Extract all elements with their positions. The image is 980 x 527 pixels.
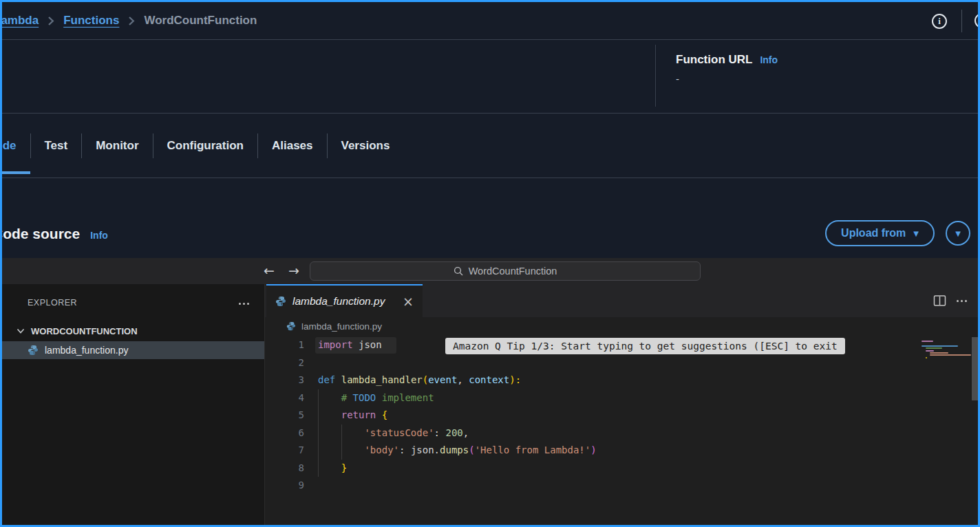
- editor-tabstrip: lambda_function.py ×: [265, 284, 978, 317]
- function-url-label: Function URL: [676, 53, 752, 67]
- upload-from-button[interactable]: Upload from ▼: [825, 220, 935, 246]
- chevron-right-icon: [47, 16, 54, 26]
- tab-versions[interactable]: Versions: [328, 114, 404, 178]
- code-lines: import json def lambda_handler(event, co…: [318, 336, 916, 495]
- function-url-info-link[interactable]: Info: [760, 54, 778, 65]
- chevron-down-icon: [17, 328, 25, 334]
- code-editor[interactable]: 123456789 import json def lambda_handler…: [265, 336, 978, 525]
- amazon-q-tip: Amazon Q Tip 1/3: Start typing to get su…: [445, 338, 845, 354]
- tab-test[interactable]: Test: [31, 114, 82, 178]
- python-file-icon: [286, 321, 296, 331]
- minimap[interactable]: [919, 338, 972, 525]
- code-line: [318, 354, 916, 372]
- code-line: # TODO implement: [318, 389, 916, 407]
- function-tabs: Code Test Monitor Configuration Aliases …: [2, 114, 978, 178]
- caret-down-icon: ▼: [913, 230, 919, 237]
- code-line: return {: [318, 407, 916, 424]
- python-file-icon: [275, 296, 286, 307]
- explorer-sidebar: EXPLORER WORDCOUNTFUNCTION lambda_functi…: [2, 284, 265, 525]
- code-line: [318, 477, 916, 495]
- code-source-info-link[interactable]: Info: [90, 230, 108, 241]
- tab-configuration[interactable]: Configuration: [153, 114, 257, 178]
- function-url-value: -: [676, 73, 778, 85]
- more-actions-dropdown-button[interactable]: ▼: [946, 221, 970, 246]
- explorer-title: EXPLORER: [28, 298, 77, 308]
- breadcrumb-link-lambda[interactable]: Lambda: [0, 14, 39, 28]
- code-line: def lambda_handler(event, context):: [318, 372, 916, 389]
- breadcrumb-current-page: WordCountFunction: [144, 14, 257, 28]
- editor-scrollbar[interactable]: [972, 337, 978, 400]
- command-center-search[interactable]: WordCountFunction: [310, 261, 701, 281]
- explorer-more-actions-icon[interactable]: [239, 303, 249, 305]
- line-numbers-gutter: 123456789: [265, 336, 304, 495]
- editor-more-actions-icon[interactable]: [957, 300, 967, 302]
- code-line: }: [318, 460, 916, 477]
- tab-monitor[interactable]: Monitor: [82, 114, 152, 178]
- forward-arrow-icon[interactable]: →: [288, 263, 299, 278]
- code-line: 'statusCode': 200,: [318, 424, 916, 442]
- editor-breadcrumb[interactable]: lambda_function.py: [265, 317, 978, 335]
- python-file-icon: [28, 345, 39, 356]
- chevron-right-icon: [128, 16, 135, 26]
- editor-titlebar: ← → WordCountFunction: [2, 258, 978, 284]
- overview-divider: [655, 45, 656, 107]
- code-editor-panel: ← → WordCountFunction: [2, 258, 978, 525]
- editor-group: lambda_function.py × lambda_function.py: [265, 284, 978, 525]
- explorer-folder-name: WORDCOUNTFUNCTION: [31, 326, 138, 336]
- editor-tab-title: lambda_function.py: [292, 295, 385, 308]
- command-center-value: WordCountFunction: [469, 266, 557, 277]
- split-editor-icon[interactable]: [933, 294, 946, 307]
- close-tab-icon[interactable]: ×: [403, 295, 414, 308]
- explorer-folder-row[interactable]: WORDCOUNTFUNCTION: [2, 323, 264, 339]
- info-icon[interactable]: i: [932, 14, 947, 29]
- header-actions: i: [895, 2, 978, 40]
- search-icon: [454, 266, 463, 276]
- function-url-block: Function URL Info -: [676, 53, 778, 85]
- caret-down-icon: ▼: [955, 230, 961, 237]
- editor-tab-lambda-function[interactable]: lambda_function.py ×: [266, 284, 423, 317]
- explorer-file-row[interactable]: lambda_function.py: [2, 341, 264, 359]
- code-line: 'body': json.dumps('Hello from Lambda!'): [318, 442, 916, 460]
- code-source-header: Code source Info: [0, 226, 108, 242]
- function-overview-section: Function URL Info -: [2, 40, 978, 114]
- clipped-header-icon[interactable]: [974, 13, 980, 28]
- breadcrumb: Lambda Functions WordCountFunction i: [2, 2, 978, 40]
- breadcrumb-link-functions[interactable]: Functions: [63, 14, 119, 28]
- explorer-file-name: lambda_function.py: [45, 345, 128, 356]
- tab-aliases[interactable]: Aliases: [258, 114, 327, 178]
- tab-code[interactable]: Code: [0, 114, 30, 178]
- header-divider: [961, 10, 962, 32]
- editor-breadcrumb-file: lambda_function.py: [301, 321, 382, 332]
- back-arrow-icon[interactable]: ←: [264, 263, 275, 278]
- lambda-console-window: Lambda Functions WordCountFunction i Fun…: [0, 0, 980, 527]
- code-source-title: Code source: [0, 226, 80, 242]
